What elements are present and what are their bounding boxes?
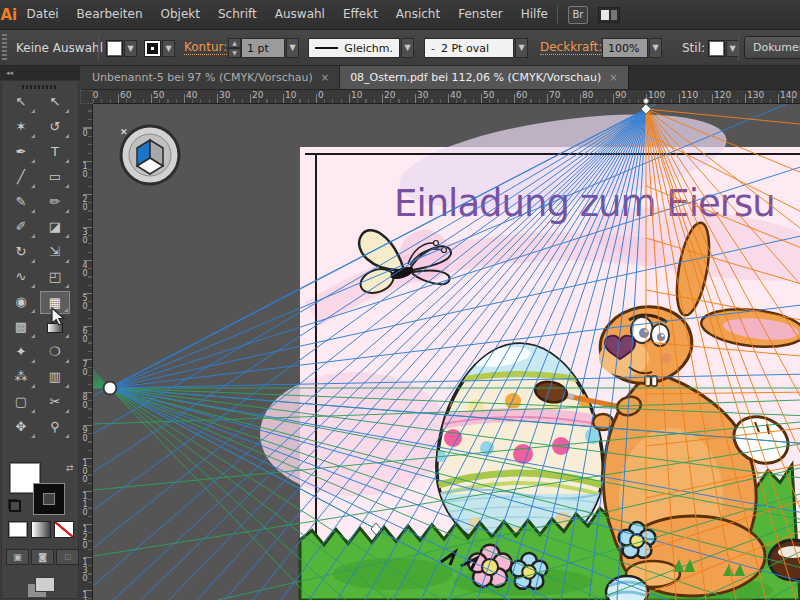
menu-item-schrift[interactable]: Schrift: [209, 0, 266, 29]
widget-close-icon[interactable]: ✕: [120, 127, 128, 137]
magic-wand-tool[interactable]: ✶: [6, 116, 36, 139]
document-setup-button[interactable]: Dokumen: [744, 36, 800, 59]
menu-item-auswahl[interactable]: Auswahl: [266, 0, 334, 29]
vruler-label: 0: [80, 130, 90, 138]
stroke-width-stepper[interactable]: ▲▼: [228, 38, 241, 58]
pencil-tool[interactable]: ✏: [40, 191, 70, 214]
menu-item-ansicht[interactable]: Ansicht: [387, 0, 449, 29]
default-fill-stroke-icon[interactable]: [8, 499, 21, 512]
draw-inside-mode-button[interactable]: ⊡: [56, 549, 79, 565]
document-tab-1[interactable]: Unbenannt-5 bei 97 % (CMYK/Vorschau)×: [82, 66, 340, 89]
tab-close-icon[interactable]: ×: [321, 72, 329, 83]
stroke-width-input[interactable]: 1 pt: [241, 38, 285, 58]
scale-tool-icon: ⇲: [50, 244, 61, 259]
ruler-origin-corner[interactable]: [80, 90, 93, 104]
horizontal-ruler[interactable]: 7060504030201001020304050607080901001101…: [93, 90, 800, 104]
eraser-tool[interactable]: ◪: [40, 216, 70, 239]
artboard-artwork[interactable]: Einladung zum Eiersu: [93, 104, 800, 600]
stroke-color-swatch[interactable]: [144, 40, 161, 57]
stroke-proxy-swatch[interactable]: [34, 484, 64, 514]
column-graph-tool-icon: ▥: [49, 369, 61, 384]
symbol-sprayer-tool[interactable]: ⁂: [6, 366, 36, 389]
collapse-panel-button[interactable]: ◂◂: [0, 66, 80, 80]
brush-definition-select[interactable]: Gleichm.: [308, 38, 400, 58]
menu-item-datei[interactable]: Datei: [18, 0, 68, 29]
illustrator-window: { "menu_bar": { "logo": "Ai", "items": […: [0, 0, 800, 600]
graphic-style-swatch[interactable]: [708, 40, 725, 57]
zoom-tool[interactable]: ⚲: [40, 416, 70, 439]
stroke-width-dropdown-icon[interactable]: ▼: [286, 38, 299, 58]
opacity-panel-link[interactable]: Deckkraft:: [540, 41, 602, 55]
width-profile-dropdown-icon[interactable]: ▼: [515, 38, 528, 58]
canvas-area[interactable]: Einladung zum Eiersu: [93, 104, 800, 600]
lasso-tool[interactable]: ↺: [40, 116, 70, 139]
selection-tool[interactable]: ↖: [6, 91, 36, 114]
color-button[interactable]: [8, 521, 28, 538]
vruler-label: 6 0: [80, 328, 90, 344]
paintbrush-tool[interactable]: ✎: [6, 191, 36, 214]
tab-close-icon[interactable]: ×: [609, 72, 617, 83]
brush-dropdown-icon[interactable]: ▼: [401, 38, 414, 58]
vruler-label: 9 0: [80, 427, 90, 443]
style-label: Stil:: [682, 41, 705, 55]
eyedropper-tool[interactable]: ✦: [6, 341, 36, 364]
workspace-switcher-icon[interactable]: [598, 7, 620, 23]
left-vanishing-point-handle[interactable]: [104, 382, 117, 395]
menu-item-objekt[interactable]: Objekt: [152, 0, 209, 29]
hruler-label: 30: [219, 90, 230, 100]
none-button[interactable]: [54, 521, 74, 538]
column-graph-tool[interactable]: ▥: [40, 366, 70, 389]
slice-tool[interactable]: ✂: [40, 391, 70, 414]
gradient-button[interactable]: [31, 521, 51, 538]
hruler-label: 20: [252, 90, 263, 100]
tools-column: ◂◂ ↖↖✶↺✒T╱▭✎✏✐◪↻⇲∿◰◉▦▩✦❍⁂▥▢✂✥⚲ ⇄ ▣◙⊡: [0, 66, 82, 600]
draw-normal-mode-button[interactable]: ▣: [6, 549, 29, 565]
width-profile-select[interactable]: - 2 Pt oval: [424, 38, 514, 58]
shape-builder-tool[interactable]: ◉: [6, 291, 36, 314]
brush-stroke-preview: [315, 47, 338, 49]
document-tab-2[interactable]: 08_Ostern.pdf bei 112,06 % (CMYK/Vorscha…: [340, 66, 629, 89]
tools-panel-grip[interactable]: [22, 85, 58, 89]
stroke-panel-link[interactable]: Kontur:: [184, 41, 227, 55]
vruler-label: 1 0: [80, 163, 90, 179]
lasso-tool-icon: ↺: [50, 119, 61, 134]
vruler-label: 1 4 0: [80, 592, 90, 600]
app-logo[interactable]: Ai: [0, 6, 18, 24]
stroke-dropdown-icon[interactable]: ▼: [162, 40, 175, 57]
blob-brush-tool[interactable]: ✐: [6, 216, 36, 239]
rotate-tool[interactable]: ↻: [6, 241, 36, 264]
menu-item-bearbeiten[interactable]: Bearbeiten: [68, 0, 152, 29]
type-tool[interactable]: T: [40, 141, 70, 164]
panel-grip[interactable]: [2, 34, 7, 61]
width-tool[interactable]: ∿: [6, 266, 36, 289]
plane-switching-widget[interactable]: ✕: [120, 126, 179, 184]
menu-item-hilfe[interactable]: Hilfe: [512, 0, 557, 29]
selection-tool-icon: ↖: [16, 94, 27, 109]
hruler-label: 40: [450, 90, 461, 100]
bridge-button[interactable]: Br: [568, 6, 588, 24]
direct-selection-tool[interactable]: ↖: [40, 91, 70, 114]
screen-mode-button[interactable]: [28, 577, 54, 597]
artboard-tool[interactable]: ▢: [6, 391, 36, 414]
fill-dropdown-icon[interactable]: ▼: [124, 40, 137, 57]
draw-behind-mode-button[interactable]: ◙: [31, 549, 54, 565]
menubar-divider: [557, 6, 558, 24]
rectangle-tool-icon: ▭: [49, 169, 61, 184]
swap-fill-stroke-icon[interactable]: ⇄: [66, 463, 74, 473]
menu-item-fenster[interactable]: Fenster: [449, 0, 512, 29]
blend-tool[interactable]: ❍: [40, 341, 70, 364]
hand-tool-icon: ✥: [16, 419, 27, 434]
scale-tool[interactable]: ⇲: [40, 241, 70, 264]
free-transform-tool[interactable]: ◰: [40, 266, 70, 289]
hand-tool[interactable]: ✥: [6, 416, 36, 439]
opacity-input[interactable]: 100%: [602, 38, 648, 58]
mesh-tool[interactable]: ▩: [6, 316, 36, 339]
menu-item-effekt[interactable]: Effekt: [334, 0, 387, 29]
hruler-label: 140: [780, 90, 797, 100]
line-segment-tool[interactable]: ╱: [6, 166, 36, 189]
vertical-ruler[interactable]: 01 02 03 04 05 06 07 08 09 01 0 01 1 01 …: [80, 104, 93, 600]
pen-tool[interactable]: ✒: [6, 141, 36, 164]
opacity-dropdown-icon[interactable]: ▼: [649, 38, 662, 58]
rectangle-tool[interactable]: ▭: [40, 166, 70, 189]
fill-color-swatch[interactable]: [106, 40, 123, 57]
